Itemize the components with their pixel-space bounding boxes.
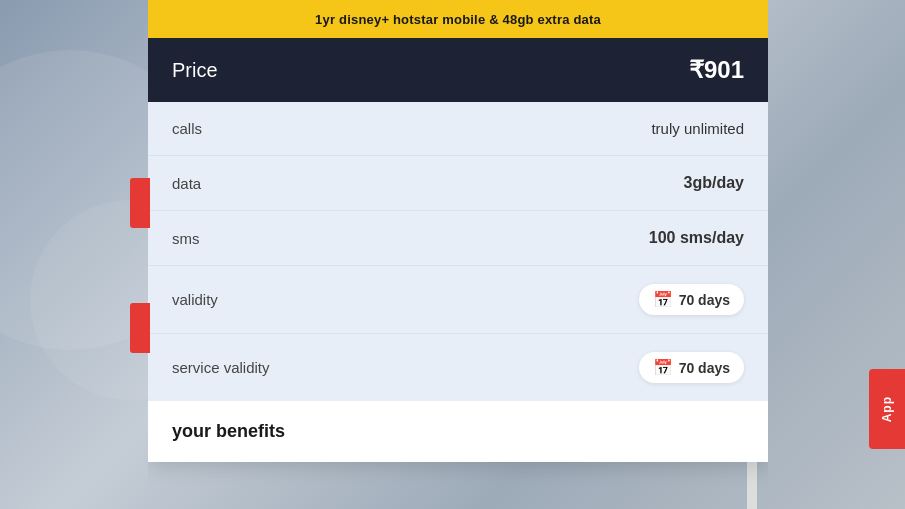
sms-row: sms 100 sms/day	[148, 211, 768, 266]
price-label: Price	[172, 59, 218, 82]
data-value: 3gb/day	[684, 174, 744, 192]
promo-banner: 1yr disney+ hotstar mobile & 48gb extra …	[148, 0, 768, 38]
service-calendar-icon: 📅	[653, 358, 673, 377]
promo-text: 1yr disney+ hotstar mobile & 48gb extra …	[315, 12, 601, 27]
data-row: data 3gb/day	[148, 156, 768, 211]
service-validity-row: service validity 📅 70 days	[148, 334, 768, 401]
calendar-icon: 📅	[653, 290, 673, 309]
calls-value: truly unlimited	[651, 120, 744, 137]
benefits-title: your benefits	[172, 421, 285, 441]
validity-days: 70 days	[679, 292, 730, 308]
app-tab[interactable]: App	[869, 369, 905, 449]
service-validity-label: service validity	[172, 359, 270, 376]
card-container: 1yr disney+ hotstar mobile & 48gb extra …	[148, 0, 768, 509]
plan-card: 1yr disney+ hotstar mobile & 48gb extra …	[148, 0, 768, 462]
plan-details: calls truly unlimited data 3gb/day sms 1…	[148, 102, 768, 401]
validity-row: validity 📅 70 days	[148, 266, 768, 334]
app-tab-label: App	[880, 396, 894, 422]
sms-label: sms	[172, 230, 200, 247]
data-label: data	[172, 175, 201, 192]
rupee-symbol: ₹	[689, 56, 704, 83]
price-value: ₹901	[689, 56, 744, 84]
red-tab-left-2	[130, 303, 150, 353]
red-tab-left-1	[130, 178, 150, 228]
validity-label: validity	[172, 291, 218, 308]
price-header: Price ₹901	[148, 38, 768, 102]
service-validity-badge: 📅 70 days	[639, 352, 744, 383]
service-validity-days: 70 days	[679, 360, 730, 376]
price-amount: 901	[704, 56, 744, 83]
calls-row: calls truly unlimited	[148, 102, 768, 156]
benefits-section: your benefits	[148, 401, 768, 462]
calls-label: calls	[172, 120, 202, 137]
validity-badge: 📅 70 days	[639, 284, 744, 315]
sms-value: 100 sms/day	[649, 229, 744, 247]
